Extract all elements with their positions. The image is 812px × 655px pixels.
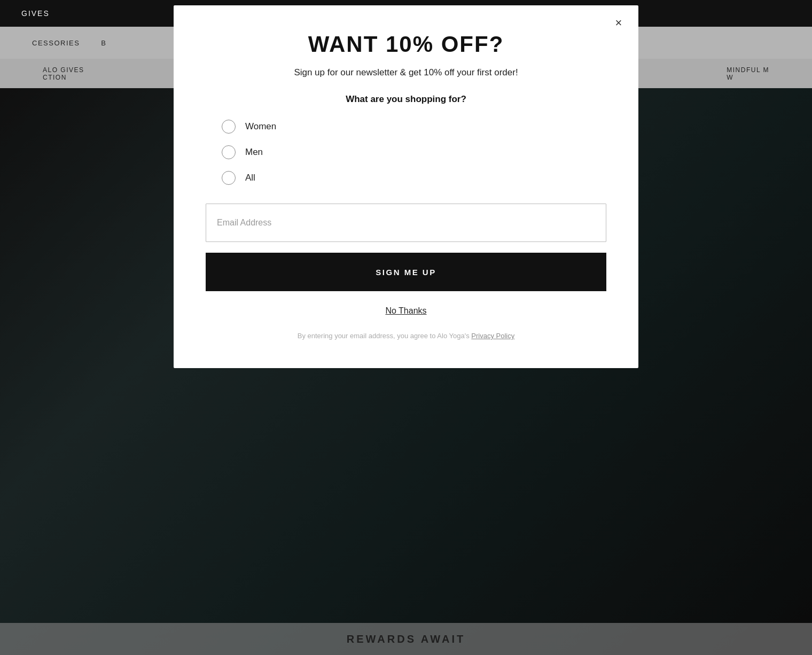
radio-circle-women xyxy=(222,120,236,134)
no-thanks-button[interactable]: No Thanks xyxy=(206,306,606,316)
radio-item-women[interactable]: Women xyxy=(222,120,606,134)
radio-label-all: All xyxy=(245,173,255,183)
modal-subtitle: Sign up for our newsletter & get 10% off… xyxy=(206,67,606,78)
radio-circle-men xyxy=(222,145,236,159)
radio-label-men: Men xyxy=(245,147,263,158)
modal: × WANT 10% OFF? Sign up for our newslett… xyxy=(174,5,638,368)
privacy-text: By entering your email address, you agre… xyxy=(206,331,606,341)
modal-question: What are you shopping for? xyxy=(206,94,606,105)
radio-label-women: Women xyxy=(245,121,276,132)
radio-item-men[interactable]: Men xyxy=(222,145,606,159)
close-button[interactable]: × xyxy=(611,15,627,31)
sign-me-up-button[interactable]: SIGN ME UP xyxy=(206,253,606,291)
shopping-preference-group: Women Men All xyxy=(206,120,606,185)
privacy-policy-link[interactable]: Privacy Policy xyxy=(471,332,514,340)
modal-wrapper: × WANT 10% OFF? Sign up for our newslett… xyxy=(0,0,812,655)
modal-title: WANT 10% OFF? xyxy=(206,32,606,57)
radio-circle-all xyxy=(222,171,236,185)
privacy-text-content: By entering your email address, you agre… xyxy=(298,332,470,340)
email-input[interactable] xyxy=(206,204,606,242)
radio-item-all[interactable]: All xyxy=(222,171,606,185)
